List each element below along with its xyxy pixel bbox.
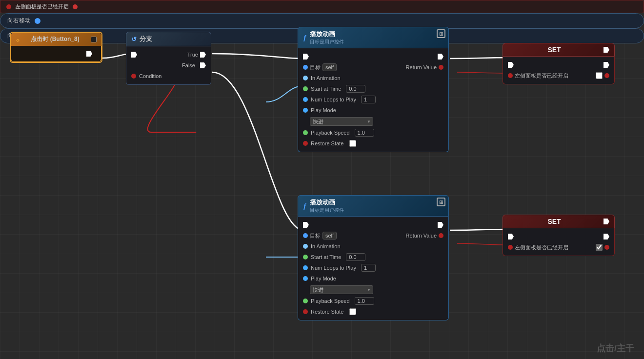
play-anim-node-1: ƒ 播放动画 目标是用户控件 ⊞ 目标 self Return Value — [298, 27, 449, 152]
pa1-restore-row: Restore State — [298, 138, 448, 149]
pa2-return-label: Return Value — [406, 233, 437, 239]
set1-in-pin — [508, 73, 513, 78]
pa1-return-pin — [439, 65, 443, 70]
set2-var-label: 左侧面板是否已经开启 — [515, 244, 568, 251]
watermark: 点击/主干 — [597, 342, 634, 354]
pa2-speed-row: Playback Speed — [298, 296, 448, 306]
set2-var-row: 左侧面板是否已经开启 — [503, 242, 614, 253]
pa1-exec-in — [303, 54, 309, 60]
pa2-mode-select[interactable]: 快进 — [310, 285, 373, 294]
branch-false-label: False — [182, 62, 195, 68]
pa1-target-val: self — [322, 63, 337, 71]
pa1-mode-row: Play Mode — [298, 105, 448, 116]
set2-exec-out — [604, 219, 609, 224]
play-anim2-header: ƒ 播放动画 目标是用户控件 ⊞ — [298, 195, 449, 217]
pa2-anim-label: In Animation — [311, 243, 341, 249]
set2-exec-in — [508, 234, 514, 239]
set2-in-pin — [508, 245, 513, 250]
pa1-loops-input[interactable] — [361, 96, 376, 103]
pa2-restore-label: Restore State — [311, 309, 343, 315]
pa2-start-label: Start at Time — [311, 254, 341, 260]
set2-exec-out2 — [604, 234, 609, 239]
branch-condition-pin — [131, 74, 136, 79]
pa1-exec-out — [438, 54, 443, 60]
pa1-exec-row — [298, 51, 448, 62]
set2-exec-row — [503, 231, 614, 242]
play-anim1-subtitle: 目标是用户控件 — [310, 39, 344, 45]
play-anim-node-2: ƒ 播放动画 目标是用户控件 ⊞ 目标 self Return Value — [298, 195, 449, 320]
set-node-2: SET 左侧面板是否已经开启 — [503, 215, 615, 256]
set1-checkbox[interactable] — [596, 72, 603, 79]
event-close-icon[interactable] — [91, 37, 97, 42]
pa1-target-label: 目标 — [310, 64, 321, 71]
set-node-1: SET 左侧面板是否已经开启 — [503, 43, 615, 84]
pa1-speed-pin — [303, 130, 308, 135]
pa1-return-label: Return Value — [406, 64, 437, 70]
pa1-mode-select[interactable]: 快进 — [310, 117, 373, 126]
pa1-speed-label: Playback Speed — [311, 130, 350, 136]
pa2-exec-out — [438, 222, 443, 228]
branch-header: ↺ 分支 — [126, 32, 211, 46]
corner-icon-2: ⊞ — [437, 198, 445, 206]
var-pin — [6, 4, 11, 9]
move-right-pin — [35, 18, 40, 24]
pa1-target-pin — [303, 65, 308, 70]
set1-var-row: 左侧面板是否已经开启 — [503, 70, 614, 81]
branch-condition-row: Condition — [126, 71, 211, 81]
pa2-speed-input[interactable] — [355, 297, 374, 305]
pa1-start-input[interactable] — [346, 85, 365, 93]
branch-true-pin — [200, 52, 206, 58]
branch-icon: ↺ — [131, 36, 137, 43]
event-node-header: ⬦ 点击时 (Button_8) — [11, 33, 101, 46]
pa2-speed-label: Playback Speed — [311, 298, 350, 304]
pa2-speed-pin — [303, 299, 308, 303]
branch-node: ↺ 分支 True False Condition — [126, 32, 211, 85]
play-anim2-subtitle: 目标是用户控件 — [310, 207, 344, 214]
set1-body: 左侧面板是否已经开启 — [503, 57, 615, 84]
pa2-target-val: self — [322, 232, 337, 239]
pa1-loops-label: Num Loops to Play — [311, 97, 356, 102]
pa2-restore-row: Restore State — [298, 306, 448, 317]
pa1-restore-checkbox[interactable] — [349, 140, 356, 147]
set1-title: SET — [508, 46, 601, 54]
play-anim1-header: ƒ 播放动画 目标是用户控件 ⊞ — [298, 27, 449, 48]
pa1-start-label: Start at Time — [311, 86, 341, 92]
set1-exec-out — [604, 47, 609, 53]
set2-title: SET — [508, 218, 601, 225]
set2-out-pin — [604, 245, 609, 250]
play-anim2-title: 播放动画 — [310, 198, 344, 207]
set2-checkbox[interactable] — [596, 244, 603, 251]
move-right-label: 向右移动 — [7, 17, 31, 25]
event-title: 点击时 (Button_8) — [31, 35, 79, 43]
pa1-start-pin — [303, 86, 308, 91]
pa1-anim-row: In Animation — [298, 73, 448, 83]
event-node-body — [11, 46, 101, 62]
pa2-start-input[interactable] — [346, 253, 365, 261]
event-node: ⬦ 点击时 (Button_8) — [10, 32, 102, 63]
pa1-loops-row: Num Loops to Play — [298, 94, 448, 105]
set1-out-pin — [604, 73, 609, 78]
branch-condition-label: Condition — [139, 73, 161, 79]
pa1-mode-pin — [303, 108, 308, 113]
pa2-restore-checkbox[interactable] — [349, 308, 356, 315]
pa2-loops-input[interactable] — [361, 264, 376, 272]
pa1-loops-pin — [303, 97, 308, 102]
pa1-speed-input[interactable] — [355, 129, 374, 137]
pa2-target-pin — [303, 233, 308, 238]
func-icon-1: ƒ — [303, 34, 307, 41]
branch-exec-in — [131, 52, 137, 58]
pa2-start-pin — [303, 255, 308, 259]
set1-var-label: 左侧面板是否已经开启 — [515, 72, 568, 80]
move-right-node: 向右移动 — [0, 13, 644, 28]
pa2-exec-row — [298, 219, 448, 230]
var-label: 左侧面板是否已经开启 — [15, 3, 69, 10]
pa2-target-label: 目标 — [310, 232, 321, 239]
branch-exec-row: True — [126, 49, 211, 60]
pa1-anim-pin — [303, 76, 308, 80]
event-icon: ⬦ — [16, 36, 20, 43]
pa1-anim-label: In Animation — [311, 75, 341, 81]
pa2-mode-row: Play Mode — [298, 273, 448, 284]
event-exec-out-pin — [86, 51, 92, 57]
pa2-exec-in — [303, 222, 309, 228]
set2-body: 左侧面板是否已经开启 — [503, 228, 615, 256]
